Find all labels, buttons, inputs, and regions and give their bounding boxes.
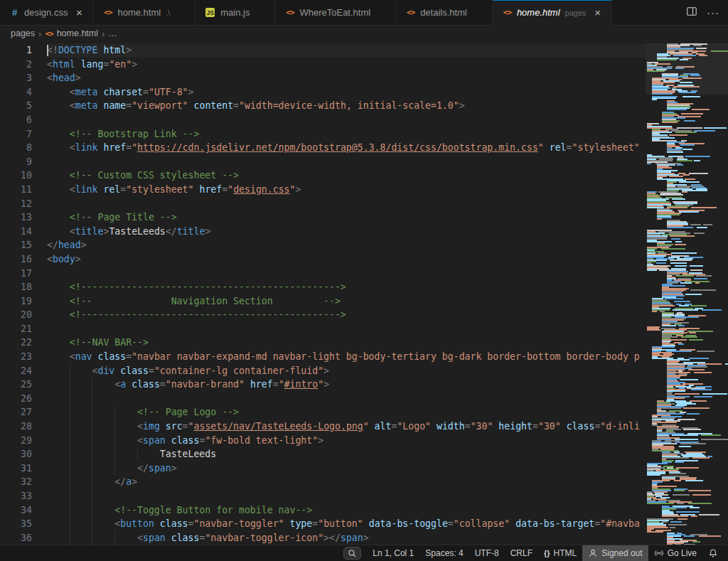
code-line[interactable]: <nav class="navbar navbar-expand-md navb… bbox=[47, 350, 646, 364]
line-number[interactable]: 35 bbox=[0, 517, 47, 531]
code-line[interactable] bbox=[47, 489, 646, 503]
tab-home.html[interactable]: <>home.html.\× bbox=[93, 0, 196, 26]
code-line[interactable]: </head> bbox=[47, 238, 646, 252]
line-number[interactable]: 13 bbox=[0, 210, 47, 225]
line-number[interactable]: 15 bbox=[0, 238, 47, 252]
line-number[interactable]: 29 bbox=[0, 434, 47, 448]
line-number[interactable]: 1 bbox=[0, 43, 47, 58]
tab-details.html[interactable]: <>details.html× bbox=[396, 0, 493, 26]
code-line[interactable]: <!-- Page Logo --> bbox=[47, 405, 646, 420]
line-number[interactable]: 18 bbox=[0, 280, 47, 294]
code-line[interactable] bbox=[47, 113, 646, 127]
line-number[interactable]: 14 bbox=[0, 225, 47, 239]
code-line[interactable]: <div class="container-lg container-fluid… bbox=[47, 364, 646, 378]
line-number[interactable]: 32 bbox=[0, 475, 47, 489]
code-line[interactable] bbox=[47, 197, 646, 211]
code-line[interactable]: <span class="navbar-toggler-icon"></span… bbox=[47, 531, 646, 545]
editor[interactable]: 1234567891011121314151617181920212223242… bbox=[0, 41, 728, 545]
line-number[interactable]: 25 bbox=[0, 378, 47, 392]
eol-sequence[interactable]: CRLF bbox=[505, 545, 538, 561]
line-number[interactable]: 30 bbox=[0, 447, 47, 461]
code-line[interactable]: <!-- Navigation Section --> bbox=[47, 294, 646, 309]
line-number[interactable]: 6 bbox=[0, 113, 47, 127]
notifications[interactable] bbox=[702, 545, 724, 561]
line-number[interactable]: 26 bbox=[0, 392, 47, 406]
code-token: href bbox=[250, 379, 273, 390]
split-editor-button[interactable] bbox=[682, 4, 701, 22]
line-number[interactable]: 22 bbox=[0, 336, 47, 350]
encoding[interactable]: UTF-8 bbox=[469, 545, 505, 561]
line-number[interactable]: 33 bbox=[0, 489, 47, 503]
code-token: "navbar-brand" bbox=[166, 379, 245, 390]
line-number[interactable]: 36 bbox=[0, 531, 47, 545]
close-icon[interactable]: × bbox=[591, 6, 605, 20]
code-line[interactable]: <!--------------------------------------… bbox=[47, 308, 646, 322]
code-line[interactable]: <meta charset="UTF-8"> bbox=[47, 85, 646, 100]
code-line[interactable] bbox=[47, 392, 646, 406]
line-number[interactable]: 34 bbox=[0, 503, 47, 518]
code-area[interactable]: <!DOCTYPE html><html lang="en"><head> <m… bbox=[47, 41, 646, 545]
code-line[interactable]: <!DOCTYPE html> bbox=[47, 43, 646, 58]
code-line[interactable]: TasteLeeds bbox=[47, 447, 646, 461]
code-line[interactable]: <link rel="stylesheet" href="design.css"… bbox=[47, 183, 646, 197]
code-line[interactable]: <img src="assets/nav/TasteLeeds-Logo.png… bbox=[47, 420, 646, 434]
accounts[interactable]: Signed out bbox=[582, 545, 648, 561]
line-number[interactable]: 3 bbox=[0, 71, 47, 85]
line-number[interactable]: 7 bbox=[0, 127, 47, 141]
code-line[interactable]: <!-- Bootstrap Link --> bbox=[47, 127, 646, 141]
line-number[interactable]: 16 bbox=[0, 252, 47, 267]
language-mode[interactable]: {}HTML bbox=[538, 545, 582, 561]
go-live[interactable]: Go Live bbox=[648, 545, 702, 561]
code-line[interactable] bbox=[47, 155, 646, 169]
line-number[interactable]: 19 bbox=[0, 294, 47, 309]
breadcrumb-item[interactable]: pages bbox=[11, 28, 35, 38]
breadcrumb-item[interactable]: … bbox=[108, 28, 117, 38]
more-actions-button[interactable]: ··· bbox=[704, 4, 722, 22]
code-line[interactable]: <!--Toggle Button for mobile nav--> bbox=[47, 503, 646, 518]
line-number[interactable]: 10 bbox=[0, 169, 47, 183]
line-number[interactable]: 17 bbox=[0, 267, 47, 281]
minimap[interactable] bbox=[646, 41, 728, 545]
line-number[interactable]: 31 bbox=[0, 461, 47, 476]
code-line[interactable]: <title>TasteLeeds</title> bbox=[47, 225, 646, 239]
code-line[interactable]: <body> bbox=[47, 252, 646, 267]
line-number[interactable]: 12 bbox=[0, 197, 47, 211]
code-line[interactable]: <meta name="viewport" content="width=dev… bbox=[47, 99, 646, 113]
line-number[interactable]: 27 bbox=[0, 405, 47, 420]
tab-WhereToEat.html[interactable]: <>WhereToEat.html× bbox=[275, 0, 396, 26]
code-line[interactable]: <a class="navbar-brand" href="#intro"> bbox=[47, 378, 646, 392]
code-line[interactable]: <head> bbox=[47, 71, 646, 85]
code-line[interactable]: <!-- Custom CSS stylesheet --> bbox=[47, 169, 646, 183]
code-line[interactable]: <!-- Page Title --> bbox=[47, 210, 646, 225]
code-line[interactable]: <!--------------------------------------… bbox=[47, 280, 646, 294]
code-line[interactable]: <button class="navbar-toggler" type="but… bbox=[47, 517, 646, 531]
line-number[interactable]: 11 bbox=[0, 183, 47, 197]
breadcrumb-item[interactable]: <>home.html bbox=[45, 28, 98, 38]
line-number[interactable]: 2 bbox=[0, 58, 47, 72]
code-line[interactable]: <span class="fw-bold text-light"> bbox=[47, 434, 646, 448]
code-line[interactable]: <html lang="en"> bbox=[47, 58, 646, 72]
code-line[interactable]: <!--NAV BAR--> bbox=[47, 336, 646, 350]
code-line[interactable] bbox=[47, 267, 646, 281]
line-number[interactable]: 23 bbox=[0, 350, 47, 364]
code-line[interactable]: </a> bbox=[47, 475, 646, 489]
tab-design.css[interactable]: #design.css× bbox=[0, 0, 93, 26]
close-icon[interactable]: × bbox=[72, 6, 86, 20]
code-line[interactable] bbox=[47, 322, 646, 336]
line-number[interactable]: 5 bbox=[0, 99, 47, 113]
cursor-position[interactable]: Ln 1, Col 1 bbox=[367, 545, 419, 561]
line-number[interactable]: 21 bbox=[0, 322, 47, 336]
tab-home.html[interactable]: <>home.htmlpages× bbox=[493, 0, 612, 26]
line-number[interactable]: 4 bbox=[0, 85, 47, 100]
line-number[interactable]: 24 bbox=[0, 364, 47, 378]
line-number[interactable]: 8 bbox=[0, 141, 47, 155]
line-number[interactable]: 20 bbox=[0, 308, 47, 322]
indentation[interactable]: Spaces: 4 bbox=[419, 545, 469, 561]
minimap-viewport[interactable] bbox=[646, 43, 728, 95]
code-line[interactable]: <link href="https://cdn.jsdelivr.net/npm… bbox=[47, 141, 646, 155]
line-number[interactable]: 9 bbox=[0, 155, 47, 169]
line-number[interactable]: 28 bbox=[0, 420, 47, 434]
code-line[interactable]: </span> bbox=[47, 461, 646, 476]
tab-main.js[interactable]: JSmain.js× bbox=[196, 0, 275, 26]
zoom-indicator[interactable] bbox=[343, 547, 361, 560]
